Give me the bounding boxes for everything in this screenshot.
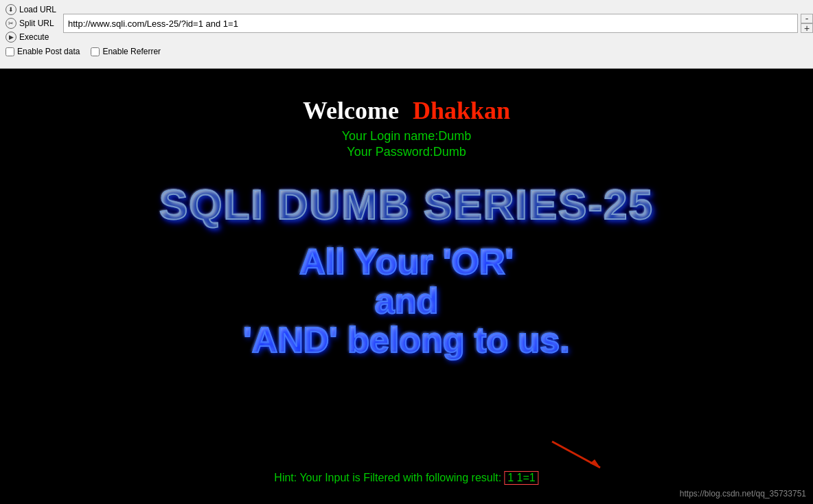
welcome-text: Welcome [303, 96, 399, 125]
split-url-button[interactable]: ✂ Split URL [3, 16, 65, 30]
or-line2: and [243, 282, 569, 321]
welcome-section: Welcome Dhakkan Your Login name:Dumb You… [303, 96, 510, 159]
side-buttons: - + [801, 14, 813, 33]
dhakkan-text: Dhakkan [413, 96, 510, 125]
svg-marker-1 [590, 459, 600, 468]
execute-icon: ▶ [5, 32, 16, 43]
plus-button[interactable]: + [801, 23, 813, 33]
load-url-button[interactable]: ⬇ Load URL [3, 3, 65, 16]
or-and-section: All Your 'OR' and 'AND' belong to us. [243, 242, 569, 360]
hint-result: 1 1=1 [504, 471, 538, 485]
execute-button[interactable]: ▶ Execute [3, 30, 65, 44]
checkboxes-row: Enable Post data Enable Referrer [0, 44, 813, 59]
enable-post-checkbox-label[interactable]: Enable Post data [5, 47, 80, 56]
welcome-line: Welcome Dhakkan [303, 96, 510, 125]
red-arrow-icon [545, 435, 614, 472]
url-row: ⬇ Load URL ✂ Split URL ▶ Execute - + [0, 3, 813, 44]
hint-text: Hint: Your Input is Filtered with follow… [274, 472, 501, 484]
enable-referrer-checkbox-label[interactable]: Enable Referrer [91, 47, 161, 56]
hint-section: Hint: Your Input is Filtered with follow… [274, 471, 538, 485]
sqli-title: SQLI DUMB SERIES-25 [159, 180, 654, 229]
enable-referrer-checkbox[interactable] [91, 47, 100, 56]
login-name: Your Login name:Dumb [303, 129, 510, 144]
red-arrow-container [545, 435, 614, 475]
url-input[interactable] [63, 14, 798, 33]
or-line1: All Your 'OR' [243, 242, 569, 282]
main-content: Welcome Dhakkan Your Login name:Dumb You… [0, 69, 813, 504]
toolbar: ⬇ Load URL ✂ Split URL ▶ Execute - + Ena… [0, 0, 813, 69]
load-url-icon: ⬇ [5, 4, 16, 15]
bottom-link: https://blog.csdn.net/qq_35733751 [680, 489, 806, 499]
password-text: Your Password:Dumb [303, 145, 510, 159]
or-line3: 'AND' belong to us. [243, 321, 569, 360]
minus-button[interactable]: - [801, 14, 813, 23]
enable-post-checkbox[interactable] [5, 47, 14, 56]
split-url-icon: ✂ [5, 18, 16, 29]
